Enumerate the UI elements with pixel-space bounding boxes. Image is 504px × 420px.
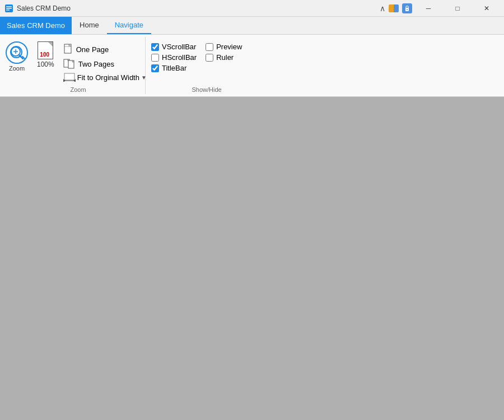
titlebar-checkbox[interactable] [151,64,159,72]
lock-icon[interactable] [402,3,412,13]
zoom-section-label: Zoom [6,86,151,93]
main-content [0,97,504,420]
vscrollbar-item[interactable]: VScrollBar [151,43,197,51]
vscrollbar-label: VScrollBar [162,43,196,51]
tab-navigate[interactable]: Navigate [107,17,151,34]
svg-rect-1 [6,6,12,7]
title-bar-right: ∧ ─ □ ✕ [380,0,500,17]
preview-checkbox[interactable] [206,43,213,51]
hscrollbar-item[interactable]: HScrollBar [151,53,197,62]
color-switcher-icon[interactable] [389,4,399,12]
maximize-button[interactable]: □ [445,0,470,17]
titlebar-item[interactable]: TitleBar [151,64,197,72]
hscrollbar-checkbox[interactable] [151,54,159,62]
showhide-section: VScrollBar Preview HScrollBar Ruler Titl… [146,37,256,94]
svg-point-6 [11,47,20,56]
two-pages-option[interactable]: Two Pages [61,57,149,71]
two-pages-icon [63,58,76,69]
fit-width-option[interactable]: Fit to Orginal Width ▼ [61,72,149,83]
zoom-button[interactable] [6,41,28,64]
title-bar: Sales CRM Demo ∧ ─ □ ✕ [0,0,504,17]
title-bar-left: Sales CRM Demo [4,4,71,13]
svg-point-5 [407,9,408,10]
preview-item[interactable]: Preview [206,43,251,51]
one-page-icon [63,44,73,55]
fit-width-icon [63,73,76,82]
zoom-controls: Zoom [6,41,28,72]
zoom-number-display: 100 100% [37,41,54,68]
hscrollbar-label: HScrollBar [162,53,197,62]
svg-line-7 [19,55,23,59]
ribbon: Zoom 100 100% One Page [0,35,504,97]
ruler-checkbox[interactable] [206,54,213,62]
showhide-section-label: Show/Hide [151,86,262,93]
one-page-option[interactable]: One Page [61,43,149,56]
fit-width-label: Fit to Orginal Width [77,73,139,82]
menu-bar: Sales CRM Demo Home Navigate [0,17,504,35]
titlebar-label: TitleBar [162,64,186,72]
minimize-button[interactable]: ─ [416,0,441,17]
ruler-item[interactable]: Ruler [206,53,251,62]
close-button[interactable]: ✕ [474,0,500,17]
app-menu-button[interactable]: Sales CRM Demo [0,17,72,34]
two-pages-label: Two Pages [78,60,114,68]
title-bar-text: Sales CRM Demo [17,4,71,12]
svg-rect-3 [6,10,10,11]
vscrollbar-checkbox[interactable] [151,43,159,51]
zoom-text-label: Zoom [9,65,25,72]
showhide-checkboxes: VScrollBar Preview HScrollBar Ruler Titl… [151,43,251,72]
svg-rect-14 [64,73,74,80]
preview-label: Preview [216,43,242,51]
app-icon [4,4,13,13]
zoom-percent-label: 100% [37,60,54,68]
zoom-section: Zoom 100 100% One Page [0,37,146,94]
ruler-label: Ruler [216,53,234,62]
page-num-icon: 100 [38,41,53,59]
zoom-percentage-number: 100 [39,52,50,58]
tab-home[interactable]: Home [72,17,107,34]
chevron-up-icon[interactable]: ∧ [380,4,385,13]
one-page-label: One Page [76,45,109,54]
page-options: One Page Two Pages Fit to Orgina [61,43,149,83]
svg-rect-2 [6,8,12,9]
